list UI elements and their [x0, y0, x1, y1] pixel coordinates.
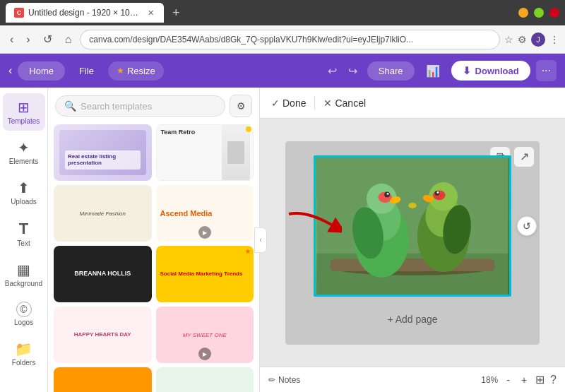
- template-card-sweet[interactable]: MY SWEET ONE ▶: [156, 307, 254, 363]
- star-badge: [245, 249, 251, 254]
- sidebar-item-folders[interactable]: 📁 Folders: [3, 335, 45, 372]
- refresh-icon: ↺: [523, 220, 531, 232]
- cancel-btn[interactable]: ✕ Cancel: [323, 97, 366, 109]
- canvas-footer: ✏ Notes 18% - + ⊞ ?: [260, 367, 565, 392]
- sidebar-item-text[interactable]: T Text: [3, 214, 45, 253]
- collapse-panel-btn[interactable]: ‹: [254, 227, 267, 253]
- template-card-minimade[interactable]: Minimade Fashion: [54, 185, 152, 242]
- template-minimade-preview: Minimade Fashion: [54, 185, 152, 242]
- zoom-in-btn[interactable]: +: [518, 373, 530, 387]
- new-tab-btn[interactable]: +: [168, 4, 184, 22]
- minimize-btn[interactable]: [518, 8, 528, 18]
- star-icon: ★: [117, 66, 124, 76]
- arrow-svg: [285, 207, 342, 242]
- tab-close-btn[interactable]: ✕: [145, 8, 155, 18]
- template-sweet-preview: MY SWEET ONE ▶: [156, 307, 254, 363]
- refresh-crop-btn[interactable]: ↺: [517, 216, 537, 236]
- filter-icon: ⚙: [237, 100, 246, 112]
- refresh-nav-btn[interactable]: ↺: [39, 30, 56, 49]
- sidebar-elements-label: Elements: [9, 158, 39, 165]
- check-icon: ✓: [271, 97, 280, 109]
- grid-icon[interactable]: ⊞: [535, 373, 545, 386]
- redo-btn[interactable]: ↪: [344, 61, 362, 81]
- badge-icon: [246, 126, 251, 132]
- template-card-team-retro[interactable]: Team Retro: [156, 124, 254, 181]
- template-card-real-estate[interactable]: Real estate listing presentation: [54, 124, 152, 181]
- sidebar-item-uploads[interactable]: ⬆ Uploads: [3, 174, 45, 211]
- menu-icon[interactable]: ⋮: [549, 34, 559, 45]
- templates-icon: ⊞: [18, 99, 30, 116]
- sidebar-folders-label: Folders: [12, 359, 35, 367]
- undo-btn[interactable]: ↩: [323, 61, 341, 81]
- canvas-content: ⧉ ↗: [260, 119, 565, 367]
- sidebar-background-label: Background: [5, 280, 42, 287]
- undo-redo: ↩ ↪: [323, 61, 362, 81]
- notes-btn[interactable]: ✏ Notes: [268, 375, 300, 385]
- download-label: Download: [475, 66, 519, 76]
- sidebar-item-logos[interactable]: © Logos: [3, 296, 45, 332]
- browser-chrome: C Untitled design - 1920 × 1080px ✕ +: [0, 0, 565, 25]
- bookmark-icon[interactable]: ☆: [504, 34, 513, 45]
- text-icon: T: [19, 220, 28, 238]
- template-card-breanna[interactable]: BREANNA HOLLIS: [54, 246, 152, 302]
- address-bar-row: ‹ › ↺ ⌂ ☆ ⚙ J ⋮: [0, 25, 565, 54]
- app-toolbar: ‹ Home File ★ Resize ↩ ↪ Share 📊 ⬇ Downl…: [0, 54, 565, 88]
- template-card-bili[interactable]: BILI MA SUKI: [54, 367, 152, 392]
- template-card-hearts[interactable]: HAPPY HEARTS DAY: [54, 307, 152, 363]
- done-btn[interactable]: ✓ Done: [271, 97, 306, 109]
- more-label: ···: [542, 64, 551, 76]
- help-icon[interactable]: ?: [550, 374, 557, 386]
- template-hello-preview: Hello: [156, 367, 254, 392]
- file-btn[interactable]: File: [71, 61, 102, 81]
- download-btn[interactable]: ⬇ Download: [451, 61, 530, 81]
- collapse-icon: ‹: [259, 236, 261, 244]
- elements-icon: ✦: [18, 139, 30, 156]
- notes-label: Notes: [278, 375, 300, 385]
- canvas-toolbar: ✓ Done ✕ Cancel: [260, 88, 565, 119]
- home-label: Home: [29, 66, 54, 76]
- search-box[interactable]: 🔍 Search templates: [55, 95, 225, 117]
- sidebar-item-background[interactable]: ▦ Background: [3, 256, 45, 293]
- maximize-btn[interactable]: [534, 8, 544, 18]
- browser-tab[interactable]: C Untitled design - 1920 × 1080px ✕: [6, 3, 164, 23]
- social-title: Social Media Marketing Trends: [160, 271, 250, 278]
- ascend-title: Ascend Media: [160, 209, 250, 218]
- canvas-area: ✓ Done ✕ Cancel ⧉ ↗: [260, 88, 565, 392]
- forward-btn[interactable]: ›: [22, 30, 34, 49]
- sidebar-uploads-label: Uploads: [11, 198, 37, 206]
- template-ascend-preview: Ascend Media ▶: [156, 185, 254, 242]
- add-page-label: + Add page: [387, 314, 437, 325]
- parrot-illustration: [316, 158, 509, 295]
- template-breanna-preview: BREANNA HOLLIS: [54, 246, 152, 302]
- analytics-icon[interactable]: 📊: [420, 61, 446, 81]
- template-hearts-preview: HAPPY HEARTS DAY: [54, 307, 152, 363]
- extensions-icon[interactable]: ⚙: [518, 34, 527, 45]
- search-row: 🔍 Search templates ⚙: [48, 88, 259, 121]
- more-options-btn[interactable]: ···: [536, 60, 557, 81]
- share-label: Share: [379, 66, 403, 76]
- zoom-level: 18%: [481, 375, 498, 385]
- sidebar-item-elements[interactable]: ✦ Elements: [3, 133, 45, 171]
- play-btn-sweet: ▶: [198, 348, 211, 360]
- window-close-btn[interactable]: [549, 8, 559, 18]
- template-card-ascend[interactable]: Ascend Media ▶: [156, 185, 254, 242]
- share-btn[interactable]: Share: [367, 61, 415, 81]
- resize-label: Resize: [127, 66, 155, 76]
- home-nav-btn[interactable]: ⌂: [61, 30, 76, 49]
- resize-btn[interactable]: ★ Resize: [108, 61, 164, 81]
- filter-btn[interactable]: ⚙: [230, 95, 252, 117]
- sidebar-item-templates[interactable]: ⊞ Templates: [3, 93, 45, 131]
- zoom-out-btn[interactable]: -: [504, 373, 513, 387]
- template-real-estate-preview: Real estate listing presentation: [54, 124, 152, 181]
- profile-icon[interactable]: J: [531, 32, 545, 47]
- home-btn[interactable]: Home: [18, 61, 65, 81]
- sidebar-logos-label: Logos: [14, 319, 33, 326]
- back-btn[interactable]: ‹: [6, 30, 18, 49]
- template-social-preview: Social Media Marketing Trends: [156, 246, 254, 302]
- template-card-social[interactable]: Social Media Marketing Trends: [156, 246, 254, 302]
- address-input[interactable]: [80, 30, 500, 49]
- template-card-hello[interactable]: Hello: [156, 367, 254, 392]
- background-icon: ▦: [17, 261, 30, 278]
- add-page-btn[interactable]: + Add page: [373, 308, 451, 331]
- back-arrow-icon[interactable]: ‹: [8, 64, 12, 77]
